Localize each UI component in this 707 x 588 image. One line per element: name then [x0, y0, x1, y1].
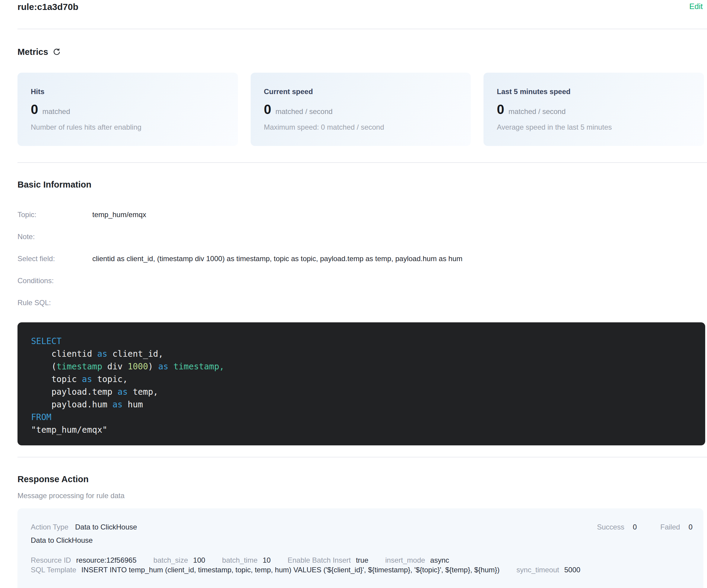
action-card: Action Type Data to ClickHouse Success 0…: [18, 508, 703, 588]
info-row: Topic:temp_hum/emqx: [18, 210, 704, 219]
sql-token: client_id,: [107, 349, 163, 359]
sql-token: as: [117, 387, 128, 397]
sql-token: (: [31, 361, 57, 372]
sql-token: 1000: [128, 361, 148, 372]
sql-token: ): [148, 361, 158, 372]
metric-card: Hits0matchedNumber of rules hits after e…: [18, 73, 238, 146]
metric-value: 0: [497, 103, 504, 116]
sql-token: [168, 361, 173, 372]
metric-cards: Hits0matchedNumber of rules hits after e…: [18, 73, 704, 146]
metric-value: 0: [264, 103, 271, 116]
sql-token: SELECT: [31, 336, 62, 346]
response-action-section: Response Action Message processing for r…: [18, 474, 704, 588]
sql-line: payload.hum as hum: [31, 398, 692, 411]
info-row-label: Note:: [18, 232, 92, 241]
action-param-label: batch_size: [154, 555, 188, 565]
sql-token: div: [102, 361, 128, 372]
sql-line: "temp_hum/emqx": [31, 424, 692, 436]
info-row-label: Select field:: [18, 254, 92, 263]
sql-token: timestamp,: [173, 361, 225, 372]
metric-unit: matched / second: [275, 107, 332, 116]
basic-information-rows: Topic:temp_hum/emqxNote:Select field:cli…: [18, 210, 704, 307]
info-row-value: clientid as client_id, (timestamp div 10…: [92, 254, 462, 263]
sql-line: (timestamp div 1000) as timestamp,: [31, 360, 692, 373]
edit-link[interactable]: Edit: [689, 1, 703, 11]
sql-token: payload.hum: [31, 400, 112, 410]
metric-card: Current speed0matched / secondMaximum sp…: [250, 73, 471, 146]
response-action-subtitle: Message processing for rule data: [18, 491, 704, 500]
sql-token: topic: [31, 374, 82, 384]
action-param: batch_time10: [222, 555, 271, 565]
basic-information-section: Basic Information Topic:temp_hum/emqxNot…: [18, 179, 704, 445]
rule-sql-code-block: SELECT clientid as client_id, (timestamp…: [18, 322, 705, 445]
refresh-icon[interactable]: [53, 48, 61, 57]
action-param: batch_size100: [154, 555, 205, 565]
info-row: Rule SQL:: [18, 298, 704, 307]
metric-description: Number of rules hits after enabling: [31, 123, 226, 132]
action-param-label: batch_time: [222, 555, 257, 565]
action-param-value: resource:12f56965: [76, 555, 136, 565]
info-row-label: Conditions:: [18, 276, 92, 285]
metric-description: Maximum speed: 0 matched / second: [264, 123, 459, 132]
action-param-label: insert_mode: [385, 555, 425, 565]
action-param-label: sync_timeout: [516, 565, 559, 575]
action-type-value: Data to ClickHouse: [75, 522, 137, 532]
action-stats: Success 0 Failed 0: [597, 522, 693, 532]
sql-token: clientid: [31, 349, 97, 359]
metric-unit: matched: [42, 107, 70, 116]
sql-token: FROM: [31, 412, 51, 422]
metric-unit: matched / second: [508, 107, 566, 116]
action-param: SQL TemplateINSERT INTO temp_hum (client…: [31, 565, 500, 575]
sql-line: payload.temp as temp,: [31, 386, 692, 398]
metrics-section: Metrics Hits0matchedNumber of rules hits…: [18, 47, 704, 146]
sql-token: as: [97, 349, 107, 359]
action-param: sync_timeout5000: [516, 565, 580, 575]
info-row-value: temp_hum/emqx: [92, 210, 146, 219]
action-card-header-row: Action Type Data to ClickHouse Success 0…: [31, 522, 693, 532]
metric-value: 0: [31, 103, 38, 116]
sql-line: topic as topic,: [31, 373, 692, 386]
metric-card: Last 5 minutes speed0matched / secondAve…: [483, 73, 704, 146]
action-param-value: async: [430, 555, 449, 565]
action-params: Resource IDresource:12f56965batch_size10…: [31, 555, 693, 575]
sql-token: payload.temp: [31, 387, 117, 397]
metric-value-row: 0matched / second: [264, 103, 459, 116]
sql-token: as: [82, 374, 92, 384]
metrics-heading-label: Metrics: [18, 47, 48, 57]
action-param-value: 100: [193, 555, 205, 565]
info-row: Conditions:: [18, 276, 704, 285]
action-param: Resource IDresource:12f56965: [31, 555, 137, 565]
page-header: rule:c1a3d70b Edit: [0, 0, 707, 12]
sql-token: temp,: [128, 387, 158, 397]
response-action-heading: Response Action: [18, 474, 704, 484]
metric-card-title: Current speed: [264, 88, 459, 96]
action-param-row: Resource IDresource:12f56965batch_size10…: [31, 555, 693, 565]
action-param-label: Enable Batch Insert: [288, 555, 350, 565]
failed-value: 0: [688, 522, 693, 532]
sql-token: topic,: [92, 374, 128, 384]
divider: [18, 162, 707, 163]
info-row: Select field:clientid as client_id, (tim…: [18, 254, 704, 263]
action-param-row: SQL TemplateINSERT INTO temp_hum (client…: [31, 565, 693, 575]
success-stat: Success 0: [597, 522, 637, 532]
success-label: Success: [597, 522, 625, 532]
info-row-label: Topic:: [18, 210, 92, 219]
action-param: insert_modeasync: [385, 555, 449, 565]
divider: [18, 29, 707, 29]
metric-value-row: 0matched / second: [497, 103, 692, 116]
sql-line: FROM: [31, 411, 692, 424]
info-row-label: Rule SQL:: [18, 298, 92, 307]
sql-token: timestamp: [57, 361, 102, 372]
action-param-value: INSERT INTO temp_hum (client_id, timesta…: [81, 565, 500, 575]
info-row: Note:: [18, 232, 704, 241]
sql-token: as: [158, 361, 168, 372]
action-name: Data to ClickHouse: [31, 535, 693, 545]
sql-line: clientid as client_id,: [31, 348, 692, 360]
basic-information-heading: Basic Information: [18, 179, 704, 190]
metric-card-title: Hits: [31, 88, 226, 96]
failed-label: Failed: [660, 522, 680, 532]
success-value: 0: [633, 522, 637, 532]
metrics-heading: Metrics: [18, 47, 704, 57]
metric-card-title: Last 5 minutes speed: [497, 88, 692, 96]
action-param-value: 5000: [564, 565, 580, 575]
